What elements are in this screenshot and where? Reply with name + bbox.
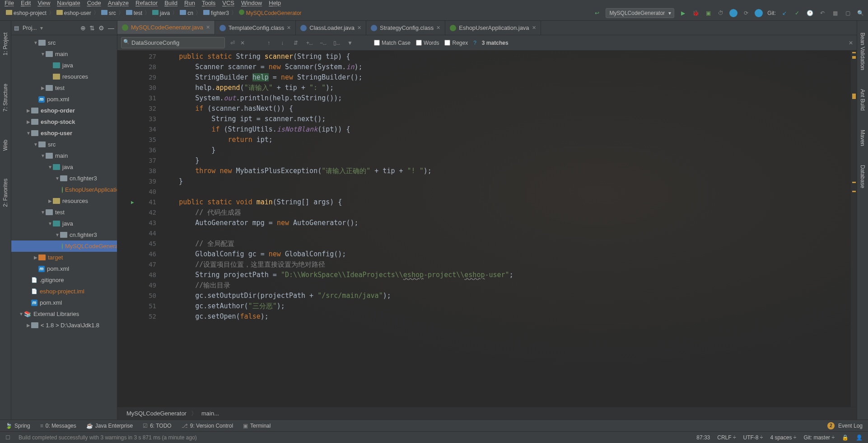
tree-item[interactable]: ▼java	[11, 218, 117, 229]
menu-window[interactable]: Window	[241, 0, 262, 6]
close-tab-icon[interactable]: ✕	[206, 24, 210, 30]
bottom-tab-versioncontrol[interactable]: ⎇ 9: Version Control	[182, 423, 233, 429]
event-log-button[interactable]: Event Log	[838, 423, 863, 429]
filter-icon[interactable]: ▼	[346, 39, 354, 47]
breadcrumb-item[interactable]: cn	[180, 10, 193, 16]
enter-icon[interactable]: ⏎	[230, 40, 235, 46]
tool-tab-project[interactable]: 1: Project	[1, 30, 9, 58]
tree-item[interactable]: resources	[11, 71, 117, 82]
tree-item[interactable]: mpom.xml	[11, 94, 117, 105]
tree-item[interactable]: ▶resources	[11, 195, 117, 207]
tree-item[interactable]: mpom.xml	[11, 297, 117, 308]
tool-tab-structure[interactable]: 7: Structure	[1, 81, 9, 114]
tree-item[interactable]: ▼java	[11, 161, 117, 173]
mark-icon[interactable]: ▯⎵	[332, 39, 341, 47]
breadcrumb-item[interactable]: test	[126, 10, 142, 16]
attach-icon[interactable]: ⟳	[742, 9, 750, 17]
menu-help[interactable]: Help	[269, 0, 281, 6]
lock-icon[interactable]: 🔒	[842, 434, 849, 441]
menu-code[interactable]: Code	[87, 0, 101, 6]
run-line-icon[interactable]: ▶	[131, 197, 134, 207]
project-title[interactable]: Proj...	[23, 25, 37, 31]
tree-item[interactable]: ▼main	[11, 150, 117, 161]
coverage-icon[interactable]: ▣	[704, 9, 712, 17]
breadcrumbs[interactable]: eshop-project〉eshop-user〉src〉test〉java〉c…	[4, 8, 304, 18]
close-tab-icon[interactable]: ✕	[357, 25, 361, 31]
tree-item[interactable]: ▼eshop-user	[11, 127, 117, 139]
tree-item[interactable]: MySQLCodeGenerator	[11, 240, 117, 252]
bottom-tab-messages[interactable]: ≡ 0: Messages	[40, 423, 76, 429]
tree-item[interactable]: EshopUserApplication	[11, 184, 117, 195]
marker-strip[interactable]	[850, 51, 857, 407]
tree-item[interactable]: ▼src	[11, 139, 117, 150]
remove-selection-icon[interactable]: −⎵	[319, 39, 327, 47]
bottom-tab-todo[interactable]: ☑ 6: TODO	[143, 423, 172, 429]
editor-tab[interactable]: TemplateConfig.class✕	[215, 21, 296, 35]
tool-tab-maven[interactable]: Maven	[859, 127, 867, 149]
close-tab-icon[interactable]: ✕	[287, 25, 291, 31]
breadcrumb-item[interactable]: fighter3	[203, 10, 229, 16]
vcs-revert-icon[interactable]: ↶	[818, 9, 826, 17]
expand-icon[interactable]: ⇅	[89, 24, 95, 32]
vcs-history-icon[interactable]: 🕐	[806, 9, 814, 17]
bottom-tabs[interactable]: 🍃 Spring≡ 0: Messages☕ Java Enterprise☑ …	[5, 423, 271, 429]
tree-item[interactable]: ▶eshop-stock	[11, 116, 117, 127]
breadcrumb-item[interactable]: eshop-project	[6, 10, 47, 16]
status-icon[interactable]: ☐	[5, 434, 10, 441]
tool-tab-antbuild[interactable]: Ant Build	[859, 86, 867, 113]
project-dropdown-icon[interactable]: ▤	[14, 25, 19, 31]
help-icon[interactable]: ?	[473, 40, 476, 46]
tool-tab-database[interactable]: Database	[859, 162, 867, 191]
bottom-tab-terminal[interactable]: ▣ Terminal	[243, 423, 271, 429]
debug-icon[interactable]: 🐞	[691, 9, 700, 17]
find-input[interactable]	[121, 37, 225, 48]
back-icon[interactable]: ↩	[593, 9, 601, 17]
run-icon[interactable]: ▶	[679, 9, 687, 17]
tree-item[interactable]: 📄.gitignore	[11, 274, 117, 286]
line-separator[interactable]: CRLF ÷	[717, 434, 736, 441]
tree-item[interactable]: ▼test	[11, 207, 117, 218]
indent[interactable]: 4 spaces ÷	[770, 434, 796, 441]
tool-tab-web[interactable]: Web	[1, 137, 9, 153]
menu-file[interactable]: File	[5, 0, 14, 6]
tree-item[interactable]: ▶< 1.8 > D:\Java\Jdk1.8	[11, 320, 117, 331]
code-content[interactable]: public static String scanner(String tip)…	[163, 51, 850, 407]
close-tab-icon[interactable]: ✕	[436, 25, 440, 31]
menu-edit[interactable]: Edit	[21, 0, 31, 6]
breadcrumb-item[interactable]: eshop-user	[56, 10, 91, 16]
editor-tab[interactable]: EshopUserApplication.java✕	[445, 21, 541, 35]
bottom-tab-javaenterprise[interactable]: ☕ Java Enterprise	[86, 423, 133, 429]
menu-build[interactable]: Build	[164, 0, 177, 6]
layout-icon[interactable]: ▦	[831, 9, 839, 17]
tree-item[interactable]: ▼src	[11, 37, 117, 48]
close-tab-icon[interactable]: ✕	[532, 25, 536, 31]
breadcrumb-item[interactable]: MySQLCodeGenerator	[239, 9, 302, 16]
vcs-commit-icon[interactable]: ✓	[793, 9, 801, 17]
tool-tab-beanvalidation[interactable]: Bean Validation	[859, 30, 867, 73]
tree-item[interactable]: ▼cn.fighter3	[11, 173, 117, 184]
inspection-icon[interactable]: 👤	[856, 434, 863, 441]
tree-item[interactable]: ▼cn.fighter3	[11, 229, 117, 240]
menu-refactor[interactable]: Refactor	[135, 0, 158, 6]
tree-item[interactable]: ▼📚External Libraries	[11, 308, 117, 320]
menu-vcs[interactable]: VCS	[222, 0, 234, 6]
menu-tools[interactable]: Tools	[202, 0, 215, 6]
next-match-icon[interactable]: ↓	[278, 39, 286, 47]
editor-tab[interactable]: MySQLCodeGenerator.java✕	[117, 21, 215, 35]
tool-tab-favorites[interactable]: 2: Favorites	[1, 176, 9, 210]
editor-tab[interactable]: StrategyConfig.class✕	[366, 21, 445, 35]
hide-icon[interactable]: —	[108, 24, 114, 32]
tree-item[interactable]: ▶eshop-order	[11, 105, 117, 116]
vcs-update-icon[interactable]: ↙	[780, 9, 789, 17]
settings-icon[interactable]: ▢	[844, 9, 852, 17]
add-selection-icon[interactable]: +⎵	[305, 39, 313, 47]
compass-icon[interactable]	[755, 9, 763, 17]
words-checkbox[interactable]: Words	[416, 40, 439, 46]
git-branch[interactable]: Git: master ÷	[803, 434, 835, 441]
gear-icon[interactable]: ⚙	[98, 24, 104, 32]
main-menu[interactable]: FileEditViewNavigateCodeAnalyzeRefactorB…	[0, 0, 868, 5]
breadcrumb-item[interactable]: src	[101, 10, 116, 16]
editor-breadcrumb[interactable]: MySQLCodeGenerator〉main...	[117, 407, 857, 419]
breadcrumb-item[interactable]: java	[152, 10, 170, 16]
encoding[interactable]: UTF-8 ÷	[743, 434, 763, 441]
